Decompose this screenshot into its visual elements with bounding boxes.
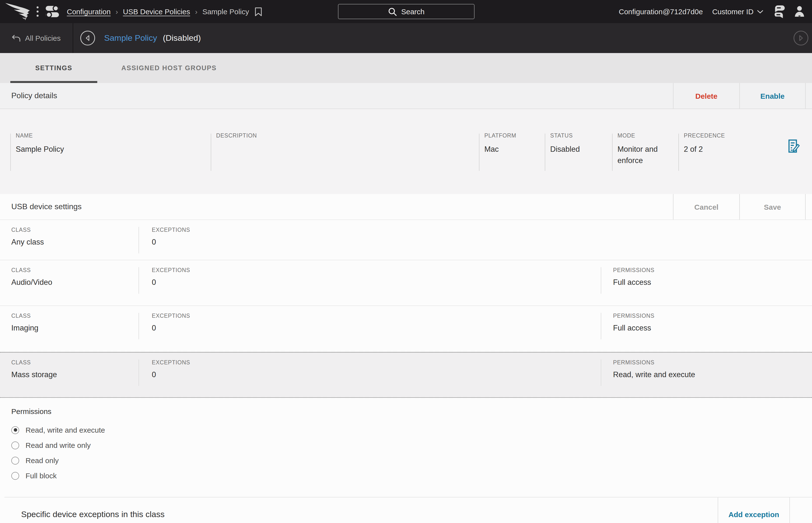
class-label: CLASS (11, 267, 139, 273)
messages-icon[interactable] (773, 5, 785, 18)
permissions-label: PERMISSIONS (613, 267, 812, 273)
permissions-value: Full access (613, 324, 812, 332)
permissions-value: Read, write and execute (613, 370, 812, 379)
all-policies-back-link[interactable]: All Policies (0, 23, 73, 53)
usb-class-row-imaging[interactable]: CLASS Imaging EXCEPTIONS 0 PERMISSIONS F… (0, 306, 812, 352)
class-column: CLASS Imaging (0, 313, 139, 351)
policy-title[interactable]: Sample Policy (104, 33, 157, 42)
radio-button-icon (11, 472, 19, 480)
breadcrumb-current-page: Sample Policy (202, 7, 249, 16)
usb-settings-header: USB device settings Cancel Save (0, 194, 812, 220)
device-exceptions-section: Specific device exceptions in this class… (0, 497, 812, 523)
field-status: STATUS Disabled (545, 132, 612, 194)
exceptions-column: EXCEPTIONS 0 (139, 227, 601, 260)
exceptions-value: 0 (152, 278, 601, 287)
permissions-column: PERMISSIONS Read, write and execute (601, 359, 812, 397)
usb-class-list: CLASS Any class EXCEPTIONS 0 CLASS Audio… (0, 220, 812, 398)
class-value: Imaging (11, 324, 139, 332)
radio-button-icon (11, 441, 19, 449)
app-switcher-icon[interactable] (46, 6, 59, 17)
chevron-down-icon (757, 10, 763, 14)
radio-label: Read only (25, 456, 59, 465)
usb-class-row-any-class[interactable]: CLASS Any class EXCEPTIONS 0 (0, 220, 812, 260)
radio-label: Full block (25, 471, 57, 480)
policy-header-bar: All Policies Sample Policy (Disabled) (0, 23, 812, 53)
exceptions-label: EXCEPTIONS (152, 313, 601, 319)
radio-read-only[interactable]: Read only (11, 453, 812, 468)
field-value: Sample Policy (16, 143, 207, 155)
permissions-column: PERMISSIONS Full access (601, 313, 812, 351)
policy-status: (Disabled) (163, 33, 201, 42)
menu-kebab-icon[interactable] (35, 4, 40, 19)
field-label: STATUS (550, 132, 608, 139)
policy-details-header: Policy details Delete Enable (0, 83, 812, 109)
edit-policy-details-icon[interactable] (789, 140, 800, 153)
permissions-label: PERMISSIONS (613, 313, 812, 319)
all-policies-label: All Policies (25, 34, 61, 42)
usb-class-row-mass-storage[interactable]: CLASS Mass storage EXCEPTIONS 0 PERMISSI… (0, 352, 812, 398)
field-label: PRECEDENCE (684, 132, 749, 139)
top-navigation-bar: Configuration › USB Device Policies › Sa… (0, 0, 812, 23)
exceptions-label: EXCEPTIONS (152, 227, 601, 233)
customer-id-label: Customer ID (712, 7, 754, 16)
tab-bar: SETTINGS ASSIGNED HOST GROUPS (0, 53, 812, 83)
breadcrumb-configuration[interactable]: Configuration (67, 7, 110, 16)
user-profile-icon[interactable] (794, 6, 805, 17)
exceptions-label: EXCEPTIONS (152, 359, 601, 365)
tab-settings[interactable]: SETTINGS (10, 53, 97, 83)
field-platform: PLATFORM Mac (479, 132, 545, 194)
cancel-button[interactable]: Cancel (673, 194, 739, 219)
header-spacer (806, 194, 812, 219)
bookmark-icon[interactable] (255, 7, 262, 16)
add-exception-button[interactable]: Add exception (718, 497, 790, 523)
field-label: PLATFORM (484, 132, 541, 139)
app-window: Configuration › USB Device Policies › Sa… (0, 0, 812, 523)
previous-policy-button[interactable] (80, 31, 95, 46)
radio-full-block[interactable]: Full block (11, 468, 812, 483)
field-mode: MODE Monitor and enforce (612, 132, 679, 194)
field-label: MODE (617, 132, 674, 139)
field-label: DESCRIPTION (216, 132, 475, 139)
edit-area (753, 132, 812, 194)
field-name: NAME Sample Policy (10, 132, 211, 194)
chevron-left-circle-icon (80, 31, 95, 46)
field-value: 2 of 2 (684, 143, 749, 155)
permissions-options: Read, write and execute Read and write o… (11, 422, 812, 483)
search-button[interactable]: Search (338, 4, 474, 19)
permissions-value: Full access (613, 278, 812, 287)
topbar-right-group: Configuration@712d7d0e Customer ID (619, 5, 812, 18)
radio-label: Read, write and execute (25, 426, 105, 434)
tab-assigned-host-groups[interactable]: ASSIGNED HOST GROUPS (97, 53, 241, 83)
usb-settings-title: USB device settings (0, 194, 673, 219)
usb-class-row-audio-video[interactable]: CLASS Audio/Video EXCEPTIONS 0 PERMISSIO… (0, 260, 812, 306)
policy-details-fields: NAME Sample Policy DESCRIPTION PLATFORM … (0, 109, 812, 194)
radio-read-write-only[interactable]: Read and write only (11, 437, 812, 453)
active-configuration-label: Configuration@712d7d0e (619, 7, 703, 16)
radio-read-write-execute[interactable]: Read, write and execute (11, 422, 812, 437)
policy-details-title: Policy details (0, 83, 673, 109)
breadcrumb-usb-device-policies[interactable]: USB Device Policies (123, 7, 190, 16)
enable-button[interactable]: Enable (739, 83, 806, 109)
toggles-icon (46, 6, 59, 17)
exceptions-column: EXCEPTIONS 0 (139, 313, 601, 351)
class-column: CLASS Mass storage (0, 359, 139, 397)
breadcrumb: Configuration › USB Device Policies › Sa… (67, 7, 262, 16)
search-label: Search (401, 7, 425, 16)
exceptions-label: EXCEPTIONS (152, 267, 601, 273)
exceptions-value: 0 (152, 238, 601, 247)
crowdstrike-falcon-logo[interactable] (5, 2, 31, 21)
return-icon (12, 35, 21, 41)
permissions-column: PERMISSIONS Full access (601, 267, 812, 305)
customer-id-dropdown[interactable]: Customer ID (712, 7, 763, 16)
header-spacer (806, 83, 812, 109)
delete-button[interactable]: Delete (673, 83, 739, 109)
exceptions-value: 0 (152, 370, 601, 379)
footer-spacer (790, 497, 812, 523)
exceptions-column: EXCEPTIONS 0 (139, 267, 601, 305)
next-policy-button[interactable] (793, 31, 809, 46)
class-column: CLASS Audio/Video (0, 267, 139, 305)
save-button[interactable]: Save (739, 194, 806, 219)
device-exceptions-title: Specific device exceptions in this class (0, 497, 718, 523)
class-label: CLASS (11, 359, 139, 365)
falcon-icon (5, 2, 31, 21)
